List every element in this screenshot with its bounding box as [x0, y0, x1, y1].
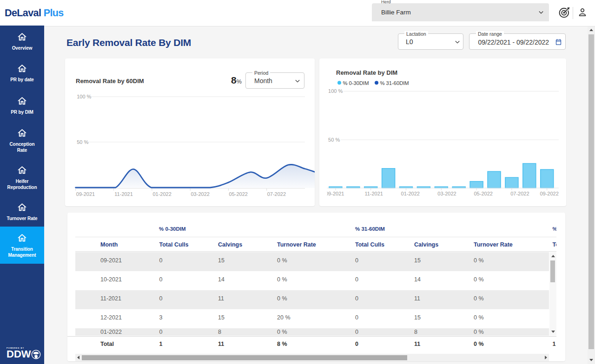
svg-text:% 31-60DIM: % 31-60DIM [380, 80, 409, 86]
svg-text:50 %: 50 % [77, 139, 88, 145]
svg-text:09-2021: 09-2021 [76, 191, 95, 197]
svg-text:11-2021: 11-2021 [364, 191, 383, 196]
svg-text:01-2022: 01-2022 [401, 191, 420, 196]
svg-text:03-2022: 03-2022 [437, 191, 456, 196]
svg-text:% 0-30DIM: % 0-30DIM [343, 80, 369, 86]
svg-text:01-2022: 01-2022 [152, 191, 171, 197]
svg-text:03-2022: 03-2022 [191, 191, 210, 197]
svg-text:09-2021: 09-2021 [325, 191, 344, 196]
svg-text:05-2022: 05-2022 [474, 191, 493, 196]
svg-text:50 %: 50 % [328, 137, 340, 143]
svg-text:11-2021: 11-2021 [114, 191, 133, 197]
svg-text:07-2022: 07-2022 [510, 191, 529, 196]
svg-text:100 %: 100 % [328, 88, 343, 94]
svg-text:100 %: 100 % [77, 94, 91, 99]
svg-text:05-2022: 05-2022 [229, 191, 248, 197]
svg-text:09-2022: 09-2022 [540, 191, 558, 196]
svg-text:07-2022: 07-2022 [267, 191, 286, 197]
